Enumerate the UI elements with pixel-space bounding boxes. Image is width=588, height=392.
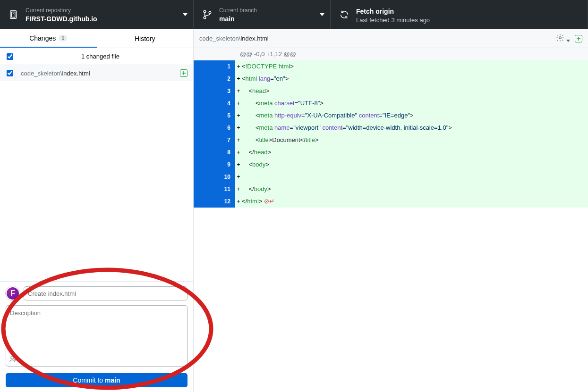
diff-header: code_skeleton\index.html [194,29,588,48]
diff-body: @@ -0,0 +1,12 @@ 1+<!DOCTYPE html>2+<htm… [194,48,588,208]
diff-line[interactable]: 4+ <meta charset="UTF-8"> [194,97,588,109]
diff-line[interactable]: 9+ <body> [194,158,588,171]
tab-changes[interactable]: Changes 1 [0,29,97,48]
diff-line[interactable]: 5+ <meta http-equiv="X-UA-Compatible" co… [194,109,588,122]
current-repo-selector[interactable]: Current repository FIRST-GDWD.github.io [0,0,194,29]
topbar: Current repository FIRST-GDWD.github.io … [0,0,588,29]
caret-down-icon [320,13,324,16]
svg-point-6 [11,356,14,359]
add-coauthor-icon[interactable] [9,355,18,365]
diff-panel: code_skeleton\index.html @@ -0,0 +1,12 @… [194,29,588,392]
expand-diff-button[interactable] [575,35,582,42]
branch-label: Current branch [219,7,320,14]
commit-description-input[interactable] [6,305,187,367]
diff-line[interactable]: 8+ </head> [194,146,588,158]
changes-summary-text: 1 changed file [13,53,187,60]
fetch-sub: Last fetched 3 minutes ago [356,17,582,24]
diff-line[interactable]: 12+</html> ⊘↵ [194,195,588,208]
fetch-origin-button[interactable]: Fetch origin Last fetched 3 minutes ago [331,0,588,29]
changes-header: 1 changed file [0,48,193,65]
diff-line[interactable]: 6+ <meta name="viewport" content="width=… [194,122,588,134]
tab-label: History [135,35,155,42]
repo-name: FIRST-GDWD.github.io [26,15,183,23]
repo-label: Current repository [26,7,183,14]
sidebar: Changes 1 History 1 changed file code_sk… [0,29,194,392]
diff-line[interactable]: 2+<html lang="en"> [194,73,588,85]
current-branch-selector[interactable]: Current branch main [194,0,331,29]
branch-name: main [219,15,320,23]
diff-path: code_skeleton\index.html [199,35,269,42]
diff-line[interactable]: 10+ [194,171,588,183]
repo-icon [9,9,19,20]
sync-icon [339,9,349,20]
diff-line[interactable]: 3+ <head> [194,85,588,97]
diff-line[interactable]: 11+ </body> [194,183,588,195]
gear-icon [556,33,564,42]
svg-point-3 [204,10,206,13]
file-added-icon [180,69,187,77]
tab-history[interactable]: History [97,29,194,48]
diff-line[interactable]: 7+ <title>Document</title> [194,134,588,146]
avatar: F [6,286,20,300]
svg-point-5 [209,11,211,14]
caret-down-icon [183,13,187,16]
diff-line[interactable]: 1+<!DOCTYPE html> [194,60,588,73]
svg-rect-1 [11,12,15,17]
changed-file-row[interactable]: code_skeleton\index.html [0,65,193,81]
diff-settings-button[interactable] [556,33,570,43]
tab-label: Changes [29,34,56,42]
svg-point-4 [204,17,206,19]
select-all-checkbox[interactable] [7,53,13,60]
commit-button[interactable]: Commit to main [6,373,187,387]
changes-count-badge: 1 [59,35,67,42]
diff-hunk-header: @@ -0,0 +1,12 @@ [194,48,588,60]
caret-down-icon [566,40,570,42]
file-path: code_skeleton\index.html [21,70,90,77]
svg-point-2 [13,13,14,14]
commit-area: F Commit to main [0,281,193,392]
commit-summary-input[interactable] [24,286,187,300]
branch-icon [202,9,213,20]
svg-point-7 [559,37,562,39]
fetch-label: Fetch origin [356,8,582,15]
file-checkbox[interactable] [7,70,13,76]
